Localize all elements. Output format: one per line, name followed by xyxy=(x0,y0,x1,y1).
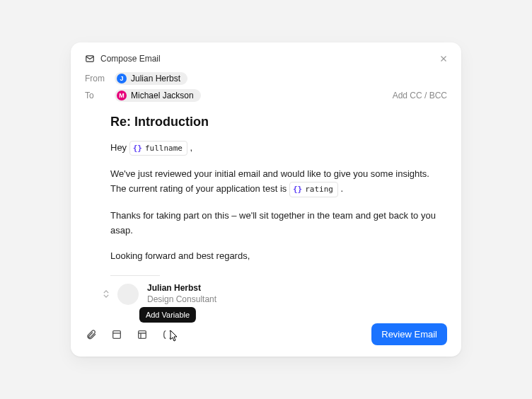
body-text: Looking forward and best regards, xyxy=(110,249,447,264)
signature-name: Julian Herbst xyxy=(147,283,216,294)
body-text: , xyxy=(190,142,193,153)
body-text: Thanks for taking part on this – we'll s… xyxy=(110,209,447,238)
signature-block: Julian Herbst Design Consultant xyxy=(103,283,447,305)
to-label: To xyxy=(85,91,115,100)
email-body[interactable]: Hey {}fullname , We've just reviewed you… xyxy=(110,141,447,264)
body-text: We've just reviewed your initial email a… xyxy=(110,168,429,194)
window-title: Compose Email xyxy=(100,54,161,64)
attachment-button[interactable] xyxy=(85,328,98,341)
compose-window: Compose Email From J Julian Herbst To M … xyxy=(71,42,461,357)
svg-rect-2 xyxy=(139,330,146,338)
add-cc-bcc[interactable]: Add CC / BCC xyxy=(393,91,447,100)
signature-separator xyxy=(110,275,160,276)
body-text: Hey xyxy=(110,142,129,153)
subject-field[interactable]: Re: Introduction xyxy=(110,115,447,129)
from-name: Julian Herbst xyxy=(131,74,180,83)
add-variable-tooltip: Add Variable xyxy=(139,307,196,323)
to-avatar: M xyxy=(117,91,127,100)
signature-avatar xyxy=(117,284,139,305)
from-row: From J Julian Herbst xyxy=(85,72,447,85)
template-button[interactable] xyxy=(110,328,123,341)
mail-icon xyxy=(85,54,95,64)
review-email-button[interactable]: Review Email xyxy=(371,323,447,345)
layout-button[interactable] xyxy=(136,328,149,341)
to-chip[interactable]: M Michael Jackson xyxy=(115,89,201,102)
compose-toolbar: Add Variable Review Email xyxy=(85,323,447,345)
from-chip[interactable]: J Julian Herbst xyxy=(115,72,187,85)
window-header: Compose Email xyxy=(85,54,447,64)
body-text: . xyxy=(341,183,344,194)
add-variable-button[interactable]: Add Variable xyxy=(161,328,174,341)
from-avatar: J xyxy=(117,74,127,83)
signature-title: Design Consultant xyxy=(147,294,216,306)
from-label: From xyxy=(85,74,115,83)
close-button[interactable] xyxy=(439,54,449,66)
variable-fullname[interactable]: {}fullname xyxy=(129,141,187,156)
signature-switcher[interactable] xyxy=(103,290,109,298)
svg-rect-1 xyxy=(113,330,121,338)
to-name: Michael Jackson xyxy=(131,91,194,100)
variable-rating[interactable]: {}rating xyxy=(289,182,338,197)
to-row: To M Michael Jackson Add CC / BCC xyxy=(85,89,447,102)
